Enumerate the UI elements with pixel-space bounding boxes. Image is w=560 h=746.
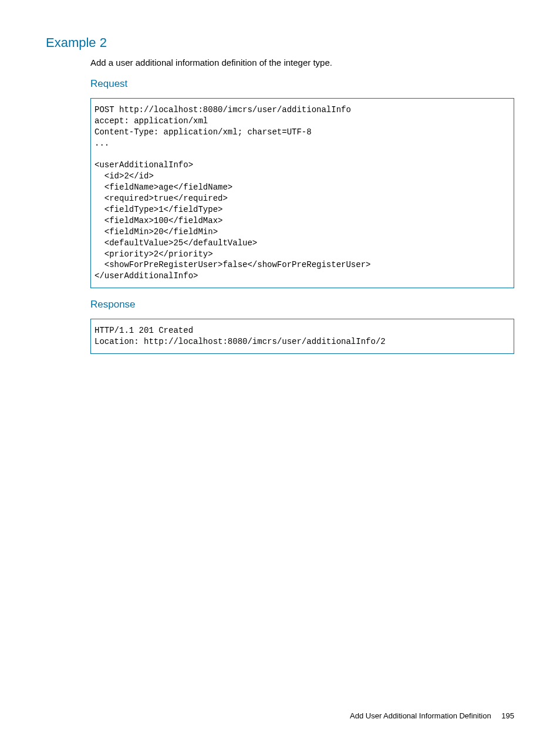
request-heading: Request [90, 78, 514, 90]
response-code-block: HTTP/1.1 201 Created Location: http://lo… [90, 319, 514, 354]
request-code-block: POST http://localhost:8080/imcrs/user/ad… [90, 98, 514, 288]
page-number: 195 [501, 711, 514, 720]
footer-title: Add User Additional Information Definiti… [350, 711, 491, 720]
section-heading: Example 2 [46, 35, 514, 50]
intro-text: Add a user additional information defini… [90, 58, 514, 67]
response-heading: Response [90, 299, 514, 310]
page-footer: Add User Additional Information Definiti… [350, 711, 514, 720]
